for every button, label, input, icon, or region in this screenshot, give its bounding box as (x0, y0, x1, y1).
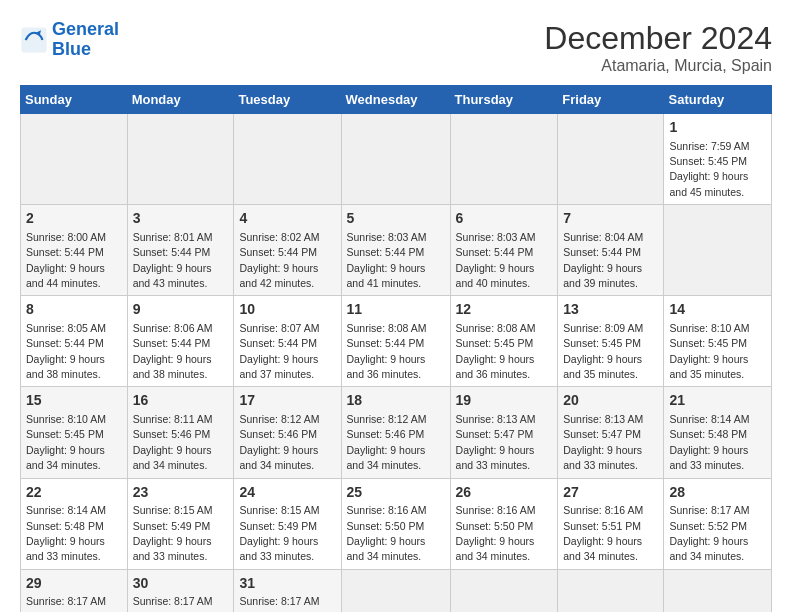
day-number: 22 (26, 483, 122, 503)
day-info: Sunrise: 8:10 AMSunset: 5:45 PMDaylight:… (669, 322, 749, 380)
day-info: Sunrise: 8:16 AMSunset: 5:50 PMDaylight:… (456, 504, 536, 562)
day-info: Sunrise: 8:16 AMSunset: 5:50 PMDaylight:… (347, 504, 427, 562)
empty-cell (234, 114, 341, 205)
day-info: Sunrise: 8:03 AMSunset: 5:44 PMDaylight:… (347, 231, 427, 289)
calendar-table: SundayMondayTuesdayWednesdayThursdayFrid… (20, 85, 772, 612)
header-tuesday: Tuesday (234, 86, 341, 114)
day-cell: 9Sunrise: 8:06 AMSunset: 5:44 PMDaylight… (127, 296, 234, 387)
day-info: Sunrise: 8:13 AMSunset: 5:47 PMDaylight:… (456, 413, 536, 471)
page-header: GeneralBlue December 2024 Atamaria, Murc… (20, 20, 772, 75)
day-info: Sunrise: 8:17 AMSunset: 5:52 PMDaylight:… (26, 595, 106, 612)
day-number: 10 (239, 300, 335, 320)
day-number: 1 (669, 118, 766, 138)
day-cell: 21Sunrise: 8:14 AMSunset: 5:48 PMDayligh… (664, 387, 772, 478)
week-row: 2Sunrise: 8:00 AMSunset: 5:44 PMDaylight… (21, 205, 772, 296)
day-number: 27 (563, 483, 658, 503)
day-cell: 30Sunrise: 8:17 AMSunset: 5:53 PMDayligh… (127, 569, 234, 612)
day-number: 2 (26, 209, 122, 229)
day-cell: 22Sunrise: 8:14 AMSunset: 5:48 PMDayligh… (21, 478, 128, 569)
header-row: SundayMondayTuesdayWednesdayThursdayFrid… (21, 86, 772, 114)
day-number: 28 (669, 483, 766, 503)
day-number: 30 (133, 574, 229, 594)
week-row: 8Sunrise: 8:05 AMSunset: 5:44 PMDaylight… (21, 296, 772, 387)
day-number: 3 (133, 209, 229, 229)
day-number: 19 (456, 391, 553, 411)
day-number: 12 (456, 300, 553, 320)
svg-rect-0 (21, 27, 46, 52)
day-number: 25 (347, 483, 445, 503)
header-wednesday: Wednesday (341, 86, 450, 114)
day-cell: 13Sunrise: 8:09 AMSunset: 5:45 PMDayligh… (558, 296, 664, 387)
day-number: 8 (26, 300, 122, 320)
day-info: Sunrise: 8:14 AMSunset: 5:48 PMDaylight:… (669, 413, 749, 471)
day-cell (341, 569, 450, 612)
day-info: Sunrise: 8:08 AMSunset: 5:44 PMDaylight:… (347, 322, 427, 380)
day-cell: 14Sunrise: 8:10 AMSunset: 5:45 PMDayligh… (664, 296, 772, 387)
day-info: Sunrise: 8:12 AMSunset: 5:46 PMDaylight:… (347, 413, 427, 471)
day-cell: 11Sunrise: 8:08 AMSunset: 5:44 PMDayligh… (341, 296, 450, 387)
day-number: 29 (26, 574, 122, 594)
day-info: Sunrise: 8:14 AMSunset: 5:48 PMDaylight:… (26, 504, 106, 562)
day-number: 18 (347, 391, 445, 411)
day-cell: 7Sunrise: 8:04 AMSunset: 5:44 PMDaylight… (558, 205, 664, 296)
day-cell: 26Sunrise: 8:16 AMSunset: 5:50 PMDayligh… (450, 478, 558, 569)
day-cell: 16Sunrise: 8:11 AMSunset: 5:46 PMDayligh… (127, 387, 234, 478)
day-info: Sunrise: 8:04 AMSunset: 5:44 PMDaylight:… (563, 231, 643, 289)
day-number: 26 (456, 483, 553, 503)
day-cell: 8Sunrise: 8:05 AMSunset: 5:44 PMDaylight… (21, 296, 128, 387)
day-info: Sunrise: 8:17 AMSunset: 5:52 PMDaylight:… (669, 504, 749, 562)
week-row: 1Sunrise: 7:59 AMSunset: 5:45 PMDaylight… (21, 114, 772, 205)
day-info: Sunrise: 7:59 AMSunset: 5:45 PMDaylight:… (669, 140, 749, 198)
day-cell: 1Sunrise: 7:59 AMSunset: 5:45 PMDaylight… (664, 114, 772, 205)
day-number: 16 (133, 391, 229, 411)
day-cell: 28Sunrise: 8:17 AMSunset: 5:52 PMDayligh… (664, 478, 772, 569)
day-cell (450, 569, 558, 612)
logo: GeneralBlue (20, 20, 119, 60)
empty-cell (341, 114, 450, 205)
day-cell: 12Sunrise: 8:08 AMSunset: 5:45 PMDayligh… (450, 296, 558, 387)
day-number: 9 (133, 300, 229, 320)
day-cell: 5Sunrise: 8:03 AMSunset: 5:44 PMDaylight… (341, 205, 450, 296)
header-thursday: Thursday (450, 86, 558, 114)
day-cell: 17Sunrise: 8:12 AMSunset: 5:46 PMDayligh… (234, 387, 341, 478)
logo-icon (20, 26, 48, 54)
header-monday: Monday (127, 86, 234, 114)
day-number: 4 (239, 209, 335, 229)
day-info: Sunrise: 8:08 AMSunset: 5:45 PMDaylight:… (456, 322, 536, 380)
day-number: 20 (563, 391, 658, 411)
day-cell: 29Sunrise: 8:17 AMSunset: 5:52 PMDayligh… (21, 569, 128, 612)
month-title: December 2024 (544, 20, 772, 57)
day-info: Sunrise: 8:11 AMSunset: 5:46 PMDaylight:… (133, 413, 213, 471)
day-cell: 25Sunrise: 8:16 AMSunset: 5:50 PMDayligh… (341, 478, 450, 569)
day-cell: 18Sunrise: 8:12 AMSunset: 5:46 PMDayligh… (341, 387, 450, 478)
day-cell (558, 569, 664, 612)
day-cell: 23Sunrise: 8:15 AMSunset: 5:49 PMDayligh… (127, 478, 234, 569)
day-info: Sunrise: 8:09 AMSunset: 5:45 PMDaylight:… (563, 322, 643, 380)
day-info: Sunrise: 8:17 AMSunset: 5:54 PMDaylight:… (239, 595, 319, 612)
location: Atamaria, Murcia, Spain (544, 57, 772, 75)
empty-cell (450, 114, 558, 205)
header-sunday: Sunday (21, 86, 128, 114)
day-cell: 4Sunrise: 8:02 AMSunset: 5:44 PMDaylight… (234, 205, 341, 296)
day-cell: 2Sunrise: 8:00 AMSunset: 5:44 PMDaylight… (21, 205, 128, 296)
day-info: Sunrise: 8:05 AMSunset: 5:44 PMDaylight:… (26, 322, 106, 380)
day-info: Sunrise: 8:15 AMSunset: 5:49 PMDaylight:… (133, 504, 213, 562)
header-friday: Friday (558, 86, 664, 114)
day-number: 7 (563, 209, 658, 229)
week-row: 15Sunrise: 8:10 AMSunset: 5:45 PMDayligh… (21, 387, 772, 478)
day-number: 6 (456, 209, 553, 229)
day-info: Sunrise: 8:03 AMSunset: 5:44 PMDaylight:… (456, 231, 536, 289)
week-row: 29Sunrise: 8:17 AMSunset: 5:52 PMDayligh… (21, 569, 772, 612)
empty-cell (558, 114, 664, 205)
day-number: 11 (347, 300, 445, 320)
day-cell: 27Sunrise: 8:16 AMSunset: 5:51 PMDayligh… (558, 478, 664, 569)
day-info: Sunrise: 8:16 AMSunset: 5:51 PMDaylight:… (563, 504, 643, 562)
day-info: Sunrise: 8:06 AMSunset: 5:44 PMDaylight:… (133, 322, 213, 380)
day-info: Sunrise: 8:01 AMSunset: 5:44 PMDaylight:… (133, 231, 213, 289)
day-info: Sunrise: 8:00 AMSunset: 5:44 PMDaylight:… (26, 231, 106, 289)
week-row: 22Sunrise: 8:14 AMSunset: 5:48 PMDayligh… (21, 478, 772, 569)
day-info: Sunrise: 8:07 AMSunset: 5:44 PMDaylight:… (239, 322, 319, 380)
day-info: Sunrise: 8:02 AMSunset: 5:44 PMDaylight:… (239, 231, 319, 289)
day-number: 21 (669, 391, 766, 411)
day-cell: 19Sunrise: 8:13 AMSunset: 5:47 PMDayligh… (450, 387, 558, 478)
